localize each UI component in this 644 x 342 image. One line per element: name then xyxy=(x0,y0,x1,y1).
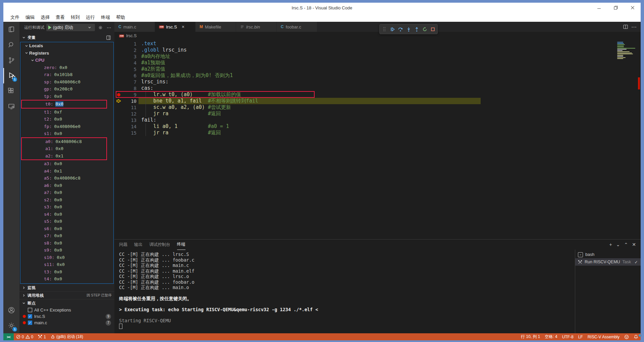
extensions-icon[interactable] xyxy=(3,83,19,99)
tab-Makefile[interactable]: MMakefile xyxy=(196,22,236,32)
indent-status[interactable]: 空格: 4 xyxy=(542,334,559,340)
menu-item-1[interactable]: 编辑 xyxy=(22,13,38,21)
gutter-glyph-1[interactable] xyxy=(114,41,123,47)
menu-item-5[interactable]: 运行 xyxy=(83,13,98,21)
breakpoint-row-main.c[interactable]: ✓main.c7 xyxy=(19,320,114,326)
tab-lrsc.bin[interactable]: lrsc.bin xyxy=(236,22,277,32)
gutter-glyph-15[interactable] xyxy=(114,130,123,136)
menu-item-3[interactable]: 查看 xyxy=(53,13,68,21)
running-tasks-status[interactable]: 1 xyxy=(36,333,48,340)
gutter-glyph-7[interactable] xyxy=(114,79,123,85)
register-s10[interactable]: s10:0x0 xyxy=(20,254,113,261)
terminal-output[interactable]: CC -[M] 正在构建 ... lrsc.SCC -[M] 正在构建 ... … xyxy=(114,250,575,333)
tab-foobar.c[interactable]: Cfoobar.c xyxy=(277,22,317,32)
breadcrumb[interactable]: ASM lrsc.S xyxy=(114,32,641,40)
menu-item-0[interactable]: 文件 xyxy=(7,13,22,21)
panel-tab-输出[interactable]: 输出 xyxy=(134,240,143,250)
register-tp[interactable]: tp:0x0 xyxy=(20,93,113,100)
feedback-smiley-icon[interactable] xyxy=(622,335,631,339)
register-s8[interactable]: s8:0x0 xyxy=(20,240,113,247)
breakpoint-row-All C++ Exceptions[interactable]: All C++ Exceptions xyxy=(19,307,114,313)
search-icon[interactable] xyxy=(3,37,19,53)
register-s4[interactable]: s4:0x0 xyxy=(20,211,113,218)
stop-button[interactable] xyxy=(429,25,436,33)
register-s2[interactable]: s2:0x0 xyxy=(20,196,113,204)
variables-list[interactable]: LocalsRegistersCPUzero:0x0ra:0x101b8sp:0… xyxy=(20,42,114,284)
encoding-status[interactable]: UTF-8 xyxy=(560,335,576,339)
panel-tab-问题[interactable]: 问题 xyxy=(119,240,127,250)
continue-button[interactable] xyxy=(389,25,396,33)
gutter-glyph-12[interactable] xyxy=(114,111,123,117)
register-a5[interactable]: a5:0x408006c8 xyxy=(20,175,113,182)
gutter-glyph-11[interactable] xyxy=(114,104,123,111)
step-out-button[interactable] xyxy=(413,25,420,33)
tab-lrsc.S[interactable]: ASMlrsc.S× xyxy=(155,22,196,32)
problems-status[interactable]: 0 0 xyxy=(14,333,36,340)
gutter-glyph-5[interactable] xyxy=(114,66,123,72)
split-editor-icon[interactable] xyxy=(623,24,628,29)
gutter-glyph-4[interactable] xyxy=(114,60,123,66)
gutter-glyph-2[interactable] xyxy=(114,47,123,53)
register-t3[interactable]: t3:0x0 xyxy=(20,268,113,276)
terminal-dropdown-icon[interactable]: ⌄ xyxy=(616,242,620,247)
register-a3[interactable]: a3:0x0 xyxy=(20,160,113,167)
gutter-glyph-14[interactable] xyxy=(114,123,123,130)
register-t2[interactable]: t2:0x0 xyxy=(20,116,113,123)
maximize-panel-icon[interactable]: ⌃ xyxy=(624,242,628,247)
register-s11[interactable]: s11:0x0 xyxy=(20,261,113,268)
register-a1[interactable]: a1:0x0 xyxy=(21,145,107,152)
remote-indicator[interactable]: >< xyxy=(3,333,14,340)
register-fp[interactable]: fp:0x408006e0 xyxy=(20,123,113,130)
register-s6[interactable]: s6:0x0 xyxy=(20,225,113,232)
tree-node-Locals[interactable]: Locals xyxy=(20,42,113,50)
register-a2[interactable]: a2:0x1 xyxy=(21,152,107,160)
debug-session-status[interactable]: (gdb) 启动 (18) xyxy=(48,333,86,340)
open-pane-icon[interactable] xyxy=(105,34,112,41)
register-s3[interactable]: s3:0x0 xyxy=(20,203,113,211)
register-zero[interactable]: zero:0x0 xyxy=(20,64,113,71)
gutter-glyph-13[interactable] xyxy=(114,117,123,123)
menu-item-2[interactable]: 选择 xyxy=(38,13,53,21)
register-s9[interactable]: s9:0x0 xyxy=(20,247,113,254)
settings-gear-icon[interactable]: 1 xyxy=(3,318,19,333)
register-gp[interactable]: gp:0x208c0 xyxy=(20,85,113,93)
gutter-glyph-3[interactable] xyxy=(114,53,123,60)
toolbar-grip-handle[interactable] xyxy=(381,25,388,33)
menu-item-4[interactable]: 转到 xyxy=(68,13,83,21)
register-ra[interactable]: ra:0x101b8 xyxy=(20,71,113,78)
remote-explorer-icon[interactable] xyxy=(3,99,19,114)
account-icon[interactable] xyxy=(3,302,19,318)
tab-close-icon[interactable]: × xyxy=(182,24,184,29)
panel-tab-终端[interactable]: 终端 xyxy=(177,240,185,250)
breakpoint-row-lrsc.S[interactable]: ✓lrsc.S9 xyxy=(19,313,114,320)
explorer-icon[interactable] xyxy=(3,22,19,37)
register-t1[interactable]: t1:0xf xyxy=(20,109,113,116)
gutter-glyph-10[interactable] xyxy=(114,98,123,104)
notifications-bell-icon[interactable] xyxy=(631,335,641,339)
callstack-section-header[interactable]: 调用堆栈 因 STEP 已暂停 xyxy=(19,291,114,299)
terminal-list-item-bash[interactable]: >bash xyxy=(575,251,641,258)
editor-more-actions-icon[interactable]: ⋯ xyxy=(631,24,637,30)
register-a0[interactable]: a0:0x408006c8 xyxy=(21,137,107,145)
menu-item-7[interactable]: 帮助 xyxy=(113,13,128,21)
register-a7[interactable]: a7:0x0 xyxy=(20,189,113,196)
variables-section-header[interactable]: 变量 xyxy=(19,33,114,42)
register-t5[interactable]: t5:0x0 xyxy=(20,283,113,284)
minimize-button[interactable] xyxy=(596,4,602,11)
panel-tab-调试控制台[interactable]: 调试控制台 xyxy=(149,240,170,250)
debug-gear-icon[interactable] xyxy=(97,24,104,31)
breakpoint-checkbox[interactable] xyxy=(28,308,32,312)
breakpoint-checkbox[interactable]: ✓ xyxy=(28,314,32,319)
register-s1[interactable]: s1:0x0 xyxy=(20,130,113,137)
close-button[interactable] xyxy=(629,4,636,11)
menu-item-6[interactable]: 终端 xyxy=(98,13,113,21)
register-t0[interactable]: t0:0x0 xyxy=(21,100,107,109)
register-t4[interactable]: t4:0x0 xyxy=(20,275,113,283)
code-editor[interactable]: 1.text2.globl lrsc_ins3#a0内存地址4#a1预期值5#a… xyxy=(114,40,641,239)
new-terminal-icon[interactable]: + xyxy=(609,242,612,247)
tree-node-Registers[interactable]: Registers xyxy=(20,50,113,57)
gutter-glyph-8[interactable] xyxy=(114,85,123,91)
more-actions-icon[interactable]: ⋯ xyxy=(106,24,112,31)
register-sp[interactable]: sp:0x408006c0 xyxy=(20,78,113,86)
register-s5[interactable]: s5:0x0 xyxy=(20,218,113,225)
